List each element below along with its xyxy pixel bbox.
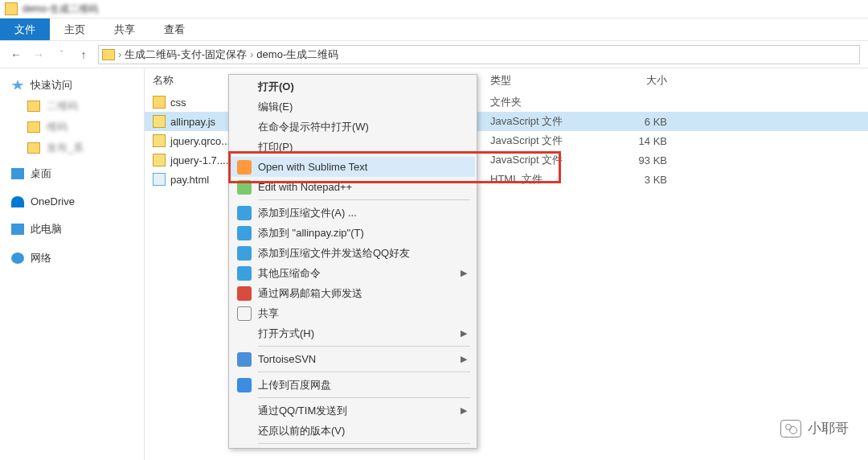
menu-notepadpp[interactable]: Edit with Notepad++ <box>231 177 475 197</box>
file-size: 6 KB <box>595 116 667 128</box>
breadcrumb-sep: › <box>250 48 253 60</box>
html-icon <box>153 173 166 186</box>
tab-home[interactable]: 主页 <box>50 18 100 40</box>
menu-netease-send[interactable]: 通过网易邮箱大师发送 <box>231 283 475 303</box>
file-type: JavaScript 文件 <box>490 133 595 148</box>
file-size: 14 KB <box>595 135 667 147</box>
menu-open-with[interactable]: 打开方式(H) ▶ <box>231 323 475 343</box>
sidebar-quick-access[interactable]: 快速访问 <box>0 75 144 96</box>
star-icon <box>11 80 24 91</box>
watermark: 小耶哥 <box>780 419 849 437</box>
window-title: demo-生成二维码 <box>23 2 98 16</box>
breadcrumb-sep: › <box>118 48 121 60</box>
menu-label: 打开方式(H) <box>258 327 314 341</box>
menu-label: 通过网易邮箱大师发送 <box>258 286 362 301</box>
col-size[interactable]: 大小 <box>595 73 667 88</box>
menu-label: 上传到百度网盘 <box>258 378 331 392</box>
menu-separator <box>258 346 470 347</box>
sidebar-onedrive[interactable]: OneDrive <box>0 192 144 211</box>
navigation-bar: ← → ˅ ↑ › 生成二维码-支付-固定保存 › demo-生成二维码 <box>0 41 868 68</box>
desktop-icon <box>11 168 24 179</box>
sidebar-label: 维码 <box>47 120 68 134</box>
menu-open-sublime[interactable]: Open with Sublime Text <box>231 157 475 177</box>
sidebar-item[interactable]: 二维码 <box>0 96 144 117</box>
file-size: 93 KB <box>595 154 667 166</box>
menu-other-compress[interactable]: 其他压缩命令 ▶ <box>231 263 475 283</box>
menu-print[interactable]: 打印(P) <box>231 137 475 157</box>
folder-icon <box>102 49 115 60</box>
tortoise-icon <box>237 352 252 367</box>
chevron-right-icon: ▶ <box>461 405 467 416</box>
archive-icon <box>237 226 252 240</box>
menu-send-qq-tim[interactable]: 通过QQ/TIM发送到 ▶ <box>231 400 475 421</box>
tab-view[interactable]: 查看 <box>149 18 199 40</box>
menu-open[interactable]: 打开(O) <box>231 76 475 97</box>
menu-label: 在命令提示符中打开(W) <box>258 120 369 134</box>
breadcrumb-part-0[interactable]: 生成二维码-支付-固定保存 <box>125 47 247 62</box>
menu-tortoise-svn[interactable]: TortoiseSVN ▶ <box>231 349 475 369</box>
folder-icon <box>5 2 18 15</box>
sidebar-label: OneDrive <box>31 195 75 207</box>
nav-forward[interactable]: → <box>31 47 47 63</box>
js-icon <box>153 134 166 147</box>
menu-label: 共享 <box>258 306 279 321</box>
tab-file[interactable]: 文件 <box>0 18 50 40</box>
archive-icon <box>237 206 252 220</box>
nav-up[interactable]: ↑ <box>76 47 92 63</box>
menu-prev-version[interactable]: 还原以前的版本(V) <box>231 421 475 441</box>
sidebar-label: 快速访问 <box>31 78 72 92</box>
sidebar-label: 网络 <box>31 251 51 265</box>
menu-label: 编辑(E) <box>258 100 293 114</box>
cloud-icon <box>11 196 24 207</box>
network-icon <box>11 253 24 264</box>
menu-label: 打开(O) <box>258 80 294 94</box>
menu-label: 添加到 "allinpay.zip"(T) <box>258 226 364 240</box>
folder-icon <box>27 121 40 133</box>
menu-separator <box>258 372 470 372</box>
menu-label: 其他压缩命令 <box>258 266 321 281</box>
menu-share[interactable]: 共享 <box>231 303 475 323</box>
col-type[interactable]: 类型 <box>490 73 595 88</box>
tab-share[interactable]: 共享 <box>100 18 149 40</box>
sidebar-this-pc[interactable]: 此电脑 <box>0 219 144 240</box>
sidebar-label: 发布_系 <box>47 141 84 155</box>
menu-label: 还原以前的版本(V) <box>258 424 345 438</box>
menu-label: TortoiseSVN <box>258 353 316 365</box>
menu-cmd-open[interactable]: 在命令提示符中打开(W) <box>231 117 475 137</box>
menu-add-zip[interactable]: 添加到 "allinpay.zip"(T) <box>231 223 475 243</box>
nav-recent[interactable]: ˅ <box>53 47 69 63</box>
breadcrumb[interactable]: › 生成二维码-支付-固定保存 › demo-生成二维码 <box>98 45 860 64</box>
title-bar: demo-生成二维码 <box>0 0 868 18</box>
file-type: JavaScript 文件 <box>490 114 595 129</box>
file-type: JavaScript 文件 <box>490 153 595 167</box>
notepadpp-icon <box>237 180 252 195</box>
sidebar-item[interactable]: 发布_系 <box>0 138 144 158</box>
chevron-right-icon: ▶ <box>461 268 467 278</box>
folder-icon <box>27 142 40 154</box>
sidebar-item[interactable]: 维码 <box>0 117 144 138</box>
menu-separator <box>258 443 470 444</box>
sidebar-desktop[interactable]: 桌面 <box>0 163 144 184</box>
watermark-text: 小耶哥 <box>808 419 849 437</box>
folder-icon <box>27 101 40 112</box>
sidebar-label: 二维码 <box>47 99 78 113</box>
menu-separator <box>258 397 470 398</box>
menu-label: 添加到压缩文件(A) ... <box>258 206 357 220</box>
nav-back[interactable]: ← <box>8 47 24 63</box>
archive-icon <box>237 266 252 281</box>
breadcrumb-part-1[interactable]: demo-生成二维码 <box>256 47 338 62</box>
menu-add-send-qq[interactable]: 添加到压缩文件并发送给QQ好友 <box>231 243 475 263</box>
file-type: HTML 文件 <box>490 172 595 187</box>
sidebar: 快速访问 二维码 维码 发布_系 桌面 OneDrive 此电脑 网络 <box>0 68 145 460</box>
js-icon <box>153 154 166 166</box>
menu-add-archive[interactable]: 添加到压缩文件(A) ... <box>231 203 475 223</box>
menu-upload-baidu[interactable]: 上传到百度网盘 <box>231 375 475 395</box>
menu-label: Edit with Notepad++ <box>258 181 352 193</box>
menu-label: 通过QQ/TIM发送到 <box>258 404 347 418</box>
folder-icon <box>153 96 166 109</box>
sidebar-label: 此电脑 <box>31 222 62 236</box>
netease-icon <box>237 286 252 301</box>
sidebar-network[interactable]: 网络 <box>0 248 144 269</box>
menu-edit[interactable]: 编辑(E) <box>231 97 475 117</box>
menu-label: 打印(P) <box>258 140 293 154</box>
